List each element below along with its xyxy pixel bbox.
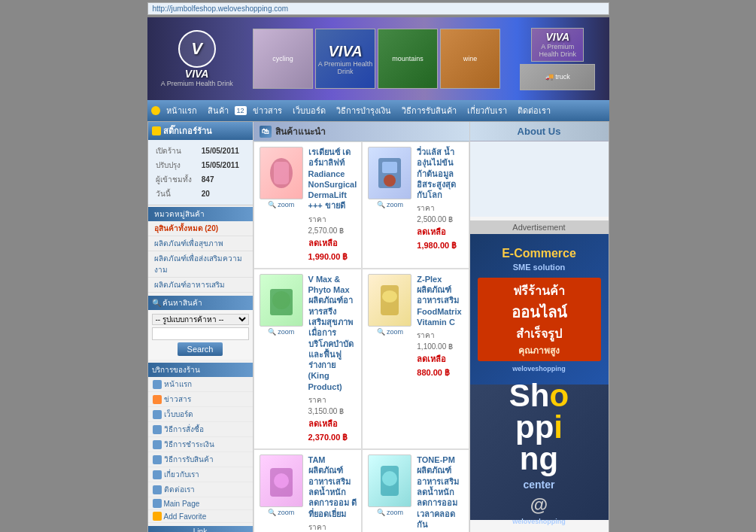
product-1-name[interactable]: เรเดียนซ์ เดอร์มาลิฟท์ Radiance NonSurgi…: [308, 147, 357, 211]
product-3-new-price: ลดเหลือ 2,370.00 ฿: [308, 417, 357, 444]
ad-shop-text: Sho ppi ng: [509, 380, 569, 475]
service-home[interactable]: หน้าแรก: [148, 377, 253, 392]
service-payment[interactable]: วิธีการชำระเงิน: [148, 437, 253, 452]
main-wrapper: สติ๊กเกอร์ร้าน เปิดร้าน 15/05/2011 ปรับป…: [147, 121, 609, 532]
product-5-info: TAM ผลิตภัณฑ์อาหารเสริมลดน้ำหนัก ลดการออ…: [308, 454, 357, 532]
nav-news[interactable]: ข่าวสาร: [248, 102, 287, 119]
store-section-header: สติ๊กเกอร์ร้าน: [148, 122, 253, 140]
cat-supplement[interactable]: ผลิตภัณฑ์อาหารเสริม: [148, 278, 253, 293]
store-info: เปิดร้าน 15/05/2011 ปรับปรุง 15/05/2011 …: [148, 140, 253, 205]
svg-rect-3: [382, 162, 397, 173]
service-addfav[interactable]: Add Favorite: [148, 510, 253, 523]
product-2-zoom[interactable]: 🔍 zoom: [377, 201, 404, 208]
url-bar: http://jumbolfeshop.weloveshopping.com: [147, 2, 609, 15]
product-4-name[interactable]: Z-Plex ผลิตภัณฑ์อาหารเสริม FoodMatrix Vi…: [417, 274, 463, 327]
sidebar: สติ๊กเกอร์ร้าน เปิดร้าน 15/05/2011 ปรับป…: [148, 122, 254, 532]
search-select[interactable]: -- รูปแบบการค้าหา --: [152, 314, 249, 325]
search-input[interactable]: [152, 327, 249, 340]
products-section-header: 🛍 สินค้าแนะนำ: [254, 122, 469, 141]
ad-shop-center: center: [523, 479, 554, 491]
product-1: 🔍 zoom เรเดียนซ์ เดอร์มาลิฟท์ Radiance N…: [254, 141, 363, 269]
product-2-old-price: ราคา 2,500.00 ฿: [417, 204, 453, 223]
ad-shop-brand: weloveshopping: [512, 518, 566, 525]
product-6-zoom[interactable]: 🔍 zoom: [377, 509, 404, 516]
store-icon: [152, 126, 161, 135]
service-delivery-icon: [153, 455, 162, 464]
product-4-info: Z-Plex ผลิตภัณฑ์อาหารเสริม FoodMatrix Vi…: [417, 274, 463, 379]
product-5-zoom[interactable]: 🔍 zoom: [268, 509, 295, 516]
right-panel: About Us Advertisement E-Commerce SME so…: [469, 122, 609, 532]
cat-all[interactable]: อุสินค้าทั้งหมด (20): [148, 221, 253, 236]
product-5: 🔍 zoom TAM ผลิตภัณฑ์อาหารเสริมลดน้ำหนัก …: [254, 449, 363, 532]
service-mainpage-icon: [153, 499, 162, 508]
product-6-info: TONE-PM ผลิตภัณฑ์อาหารเสริมลดน้ำหนักลดกา…: [417, 454, 463, 532]
product-5-name[interactable]: TAM ผลิตภัณฑ์อาหารเสริมลดน้ำหนัก ลดการออ…: [308, 454, 357, 519]
cat-beauty[interactable]: ผลิตภัณฑ์เพื่อส่งเสริมความงาม: [148, 251, 253, 278]
product-1-zoom[interactable]: 🔍 zoom: [268, 201, 295, 208]
product-1-info: เรเดียนซ์ เดอร์มาลิฟท์ Radiance NonSurgi…: [308, 147, 357, 263]
product-3-zoom[interactable]: 🔍 zoom: [268, 328, 295, 336]
category-header: หมวดหมู่สินค้า: [148, 207, 253, 221]
product-2-new-price: ลดเหลือ 1,980.00 ฿: [417, 225, 463, 252]
service-about[interactable]: เกี่ยวกับเรา: [148, 467, 253, 482]
nav-home[interactable]: หน้าแรก: [162, 102, 202, 119]
link-header: Link: [148, 526, 253, 532]
service-webboard-icon: [153, 410, 162, 419]
product-3: 🔍 zoom V Max & Phyto Max ผลิตภัณฑ์อาหารส…: [254, 269, 363, 449]
service-addfav-icon: [153, 512, 162, 521]
service-mainpage[interactable]: Main Page: [148, 497, 253, 510]
product-2: 🔍 zoom วี่วแล้ส น้ำองุ่นไม่ข้น ก้าต้นอมู…: [362, 141, 469, 269]
about-us-content: [470, 141, 609, 217]
navbar: หน้าแรก สินค้า 12 ข่าวสาร เว็บบอร์ด วิธี…: [147, 100, 609, 121]
product-1-image-box: 🔍 zoom: [259, 147, 304, 208]
product-4-new-price: ลดเหลือ 880.00 ฿: [417, 352, 463, 379]
product-6-image: [368, 454, 411, 507]
product-3-old-price: ราคา 3,150.00 ฿: [308, 396, 345, 415]
ad-shop[interactable]: Sho ppi ng center @ weloveshopping: [470, 385, 609, 520]
product-3-name[interactable]: V Max & Phyto Max ผลิตภัณฑ์อาหารสรีงเสริ…: [308, 274, 357, 392]
products-grid: 🔍 zoom เรเดียนซ์ เดอร์มาลิฟท์ Radiance N…: [254, 141, 469, 532]
svg-rect-1: [274, 162, 289, 184]
nav-contact[interactable]: ติดต่อเรา: [513, 102, 555, 119]
product-2-image-box: 🔍 zoom: [367, 147, 412, 208]
svg-point-4: [384, 175, 396, 187]
product-6-name[interactable]: TONE-PM ผลิตภัณฑ์อาหารเสริมลดน้ำหนักลดกา…: [417, 454, 463, 530]
nav-about[interactable]: เกี่ยวกับเรา: [463, 102, 512, 119]
service-news-icon: [153, 395, 162, 404]
ad-shop-at-icon: @: [530, 494, 548, 515]
svg-point-6: [272, 291, 290, 309]
advertisement-header: Advertisement: [470, 220, 609, 234]
product-1-image: [260, 147, 303, 199]
cat-health[interactable]: ผลิตภัณฑ์เพื่อสุขภาพ: [148, 236, 253, 251]
product-3-image: [260, 274, 303, 327]
ad-ecommerce-subtitle: SME solution: [513, 263, 566, 272]
product-3-image-box: 🔍 zoom: [259, 274, 304, 336]
product-5-image: [260, 454, 303, 507]
product-1-new-price: ลดเหลือ 1,990.00 ฿: [308, 236, 357, 263]
search-icon-label: 🔍: [152, 299, 161, 307]
nav-products[interactable]: สินค้า: [203, 102, 233, 119]
nav-payment[interactable]: วิธีการบำรุงเงิน: [332, 102, 396, 119]
product-2-image: [368, 147, 411, 199]
product-2-info: วี่วแล้ส น้ำองุ่นไม่ข้น ก้าต้นอมูลอิสระส…: [417, 147, 463, 252]
product-3-info: V Max & Phyto Max ผลิตภัณฑ์อาหารสรีงเสริ…: [308, 274, 357, 444]
service-news[interactable]: ข่าวสาร: [148, 392, 253, 407]
service-order-icon: [153, 425, 162, 434]
ad-ecommerce[interactable]: E-Commerce SME solution ฟรีร้านค้า ออนไล…: [470, 234, 609, 385]
service-webboard[interactable]: เว็บบอร์ด: [148, 407, 253, 422]
nav-webboard[interactable]: เว็บบอร์ด: [288, 102, 330, 119]
nav-delivery[interactable]: วิธีการรับสินค้า: [397, 102, 461, 119]
svg-point-12: [382, 471, 397, 486]
product-6: 🔍 zoom TONE-PM ผลิตภัณฑ์อาหารเสริมลดน้ำห…: [362, 449, 469, 532]
service-order[interactable]: วิธีการสั่งซื้อ: [148, 422, 253, 437]
service-home-icon: [153, 380, 162, 389]
search-button[interactable]: Search: [178, 342, 223, 356]
product-4-image-box: 🔍 zoom: [367, 274, 412, 336]
service-contact[interactable]: ติดต่อเรา: [148, 482, 253, 497]
search-box: -- รูปแบบการค้าหา -- Search: [148, 310, 253, 360]
product-2-name[interactable]: วี่วแล้ส น้ำองุ่นไม่ข้น ก้าต้นอมูลอิสระส…: [417, 147, 463, 200]
service-delivery[interactable]: วิธีการรับสินค้า: [148, 452, 253, 467]
product-4-zoom[interactable]: 🔍 zoom: [377, 328, 404, 336]
product-5-old-price: ราคา 1,950.00 ฿: [308, 523, 345, 532]
product-1-old-price: ราคา 2,570.00 ฿: [308, 215, 345, 235]
